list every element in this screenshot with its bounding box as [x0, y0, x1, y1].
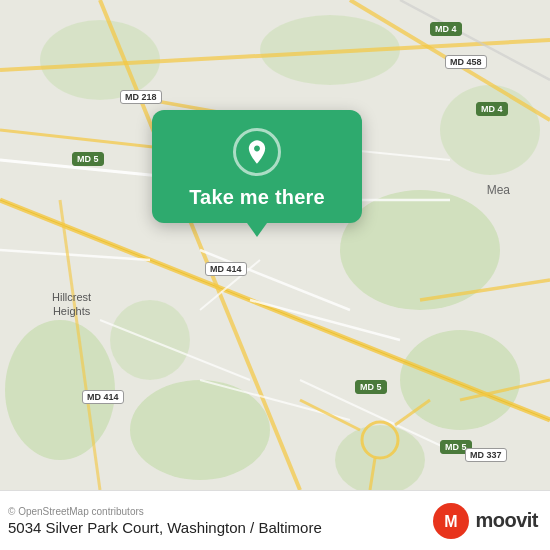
svg-text:M: M [445, 513, 458, 530]
road-badge-md4-top: MD 4 [430, 22, 462, 36]
bottom-left: © OpenStreetMap contributors 5034 Silver… [8, 506, 322, 536]
map-container: MD 4 MD 458 MD 4 MD 218 MD 5 MD 5 MD 5 M… [0, 0, 550, 490]
road-badge-md4-mid: MD 4 [476, 102, 508, 116]
map-svg [0, 0, 550, 490]
svg-point-4 [130, 380, 270, 480]
road-badge-md5-btm: MD 5 [355, 380, 387, 394]
moovit-icon: M [433, 503, 469, 539]
road-badge-md218: MD 218 [120, 90, 162, 104]
road-badge-md414-btm: MD 414 [82, 390, 124, 404]
road-badge-md414-top: MD 414 [205, 262, 247, 276]
svg-point-8 [440, 85, 540, 175]
moovit-text-label: moovit [475, 509, 538, 532]
take-me-there-button[interactable]: Take me there [189, 186, 325, 209]
mea-label: Mea [487, 183, 510, 197]
popup-card: Take me there [152, 110, 362, 223]
copyright-text: © OpenStreetMap contributors [8, 506, 322, 517]
svg-point-6 [40, 20, 160, 100]
road-badge-md5-left: MD 5 [72, 152, 104, 166]
svg-point-2 [400, 330, 520, 430]
road-badge-md458: MD 458 [445, 55, 487, 69]
hillcrest-heights-label: HillcrestHeights [52, 290, 91, 319]
bottom-bar: © OpenStreetMap contributors 5034 Silver… [0, 490, 550, 550]
moovit-logo[interactable]: M moovit [433, 503, 538, 539]
location-icon-wrapper [233, 128, 281, 176]
location-pin-icon [243, 138, 271, 166]
address-text: 5034 Silver Park Court, Washington / Bal… [8, 519, 322, 536]
road-badge-md337: MD 337 [465, 448, 507, 462]
